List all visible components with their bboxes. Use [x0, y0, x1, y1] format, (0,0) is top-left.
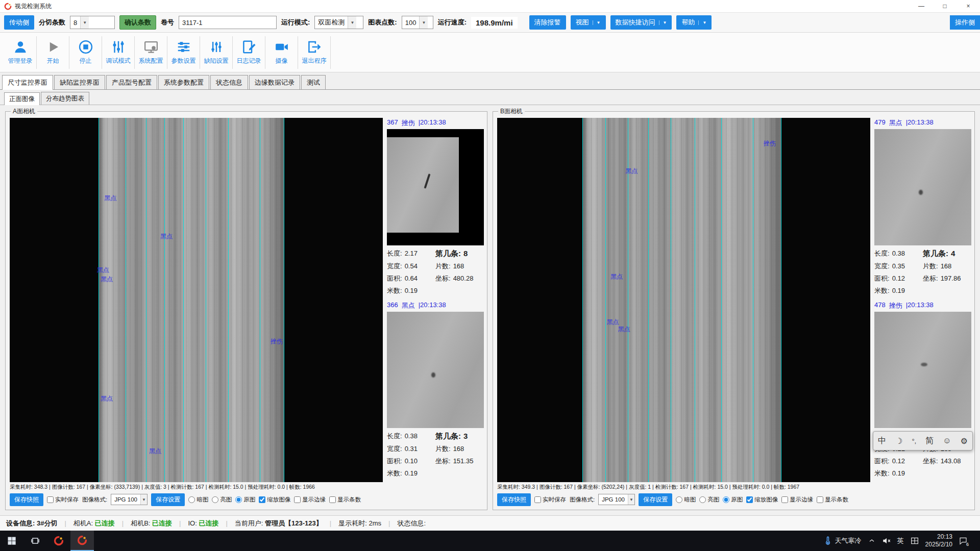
show-edge-checkbox-box[interactable] [294, 496, 301, 503]
subtab-1[interactable]: 分布趋势图表 [41, 92, 89, 105]
tab-4[interactable]: 状态信息 [210, 75, 248, 89]
start-button[interactable] [0, 531, 23, 551]
tray-chevron-icon[interactable] [868, 537, 876, 545]
tool-user-login[interactable]: 管理登录 [4, 36, 37, 69]
speaker-muted-icon[interactable] [882, 536, 891, 545]
tool-debug-mode[interactable]: 调试模式 [102, 36, 135, 69]
stat-pair: 宽度:0.54 [387, 262, 435, 271]
dark-image-radio[interactable]: 暗图 [188, 496, 208, 504]
tab-5[interactable]: 边缘数据记录 [249, 75, 300, 89]
dark-image-radio[interactable]: 暗图 [676, 496, 696, 504]
original-image-radio-box[interactable] [235, 496, 242, 503]
ime-mode-icon[interactable] [910, 536, 919, 545]
maximize-button[interactable]: □ [933, 0, 957, 12]
show-edge-checkbox[interactable]: 显示边缘 [294, 496, 326, 504]
ime-moon-icon[interactable]: ☽ [895, 436, 902, 446]
tab-0[interactable]: 尺寸监控界面 [2, 75, 53, 90]
image-format-combo[interactable]: JPG 100▼ [598, 494, 635, 505]
tab-3[interactable]: 系统参数配置 [158, 75, 209, 89]
action-center-button[interactable]: 6 [959, 536, 968, 545]
bright-image-radio[interactable]: 亮图 [699, 496, 719, 504]
tool-start[interactable]: 开始 [37, 36, 69, 69]
chevron-down-icon[interactable]: ▼ [419, 16, 428, 29]
close-button[interactable]: × [957, 0, 980, 12]
show-count-checkbox[interactable]: 显示条数 [817, 496, 848, 504]
bright-image-radio-box[interactable] [212, 496, 218, 503]
bright-image-radio-box[interactable] [699, 496, 706, 503]
tool-system-config[interactable]: 系统配置 [135, 36, 167, 69]
run-mode-combo[interactable]: 双面检测 ▼ [314, 16, 363, 29]
show-edge-checkbox-box[interactable] [781, 496, 788, 503]
weather-widget[interactable]: 天气寒冷 [823, 536, 862, 545]
confirm-strips-button[interactable]: 确认条数 [119, 15, 156, 30]
defect-stats: 长度:0.38第几条:3宽度:0.31片数:168面积:0.10坐标:151.3… [387, 428, 484, 478]
defect-id: 478 [874, 301, 886, 310]
dark-image-radio-box[interactable] [676, 496, 682, 503]
view-menu-button[interactable]: 视图 ▼ [571, 15, 606, 30]
drive-side-button[interactable]: 传动侧 [4, 15, 34, 30]
tool-stop[interactable]: 停止 [69, 36, 102, 69]
ime-language-indicator[interactable]: 英 [897, 536, 904, 545]
show-edge-checkbox[interactable]: 显示边缘 [781, 496, 813, 504]
task-view-button[interactable] [23, 531, 47, 551]
help-menu-button[interactable]: 帮助 ▼ [676, 15, 712, 30]
tool-exit[interactable]: 退出程序 [298, 36, 331, 69]
chevron-down-icon[interactable]: ▼ [140, 494, 147, 505]
ime-settings-icon[interactable]: ⚙ [961, 436, 968, 446]
tab-6[interactable]: 测试 [301, 75, 326, 89]
subtab-0[interactable]: 正面图像 [4, 92, 40, 105]
tool-defect-settings[interactable]: 缺陷设置 [200, 36, 233, 69]
chevron-down-icon[interactable]: ▼ [628, 494, 634, 505]
tool-camera[interactable]: 摄像 [265, 36, 298, 69]
stat-pair [923, 469, 971, 478]
ime-simplified[interactable]: 简 [925, 436, 934, 446]
defect-label: 黑点 [625, 166, 638, 175]
slice-count-combo[interactable]: 8 ▼ [70, 16, 115, 29]
defect-label: 黑点 [101, 394, 113, 403]
stat-row: 米数:0.19 [874, 469, 971, 478]
chart-points-combo[interactable]: 100 ▼ [402, 16, 433, 29]
bright-image-radio[interactable]: 亮图 [212, 496, 232, 504]
save-settings-button[interactable]: 保存设置 [639, 493, 672, 506]
original-image-radio-box[interactable] [723, 496, 729, 503]
operate-side-button[interactable]: 操作侧 [950, 15, 980, 30]
defect-label: 黑点 [610, 272, 623, 281]
roll-number-input[interactable]: 3117-1 [179, 16, 277, 29]
save-settings-button[interactable]: 保存设置 [151, 493, 185, 506]
zoom-image-checkbox[interactable]: 缩放图像 [746, 496, 778, 504]
chevron-down-icon[interactable]: ▼ [80, 16, 89, 29]
ime-emoji-icon[interactable]: ☺ [943, 436, 951, 445]
taskbar-clock[interactable]: 20:13 2025/2/10 [925, 533, 952, 548]
stat-label: 第几条: [923, 249, 948, 259]
tool-log-record[interactable]: 日志记录 [233, 36, 265, 69]
save-snapshot-button[interactable]: 保存快照 [497, 493, 531, 506]
realtime-save-checkbox-box[interactable] [534, 496, 541, 503]
ime-lang-zh[interactable]: 中 [878, 436, 886, 446]
taskbar-app-running[interactable] [70, 531, 94, 551]
tool-param-settings[interactable]: 参数设置 [167, 36, 200, 69]
realtime-save-checkbox[interactable]: 实时保存 [534, 496, 566, 504]
ime-punct-icon[interactable]: °, [912, 437, 916, 445]
taskbar-app-pinned[interactable] [47, 531, 70, 551]
tab-1[interactable]: 缺陷监控界面 [54, 75, 105, 89]
dark-image-radio-box[interactable] [188, 496, 195, 503]
realtime-save-checkbox[interactable]: 实时保存 [47, 496, 79, 504]
save-snapshot-button[interactable]: 保存快照 [10, 493, 43, 506]
realtime-save-checkbox-box[interactable] [47, 496, 54, 503]
minimize-button[interactable]: — [910, 0, 933, 12]
show-count-checkbox-box[interactable] [329, 496, 336, 503]
show-count-checkbox-box[interactable] [817, 496, 823, 503]
show-count-checkbox[interactable]: 显示条数 [329, 496, 361, 504]
original-image-radio[interactable]: 原图 [235, 496, 255, 504]
zoom-image-checkbox-box[interactable] [259, 496, 265, 503]
zoom-image-checkbox[interactable]: 缩放图像 [259, 496, 290, 504]
original-image-radio[interactable]: 原图 [723, 496, 743, 504]
chevron-down-icon: ▼ [659, 20, 667, 25]
clear-alarm-button[interactable]: 清除报警 [529, 15, 566, 30]
chevron-down-icon[interactable]: ▼ [348, 16, 356, 29]
tab-2[interactable]: 产品型号配置 [106, 75, 157, 89]
image-format-combo[interactable]: JPG 100▼ [111, 494, 148, 505]
data-access-menu-button[interactable]: 数据快捷访问 ▼ [610, 15, 672, 30]
zoom-image-checkbox-box[interactable] [746, 496, 753, 503]
stat-label: 面积: [387, 457, 402, 466]
